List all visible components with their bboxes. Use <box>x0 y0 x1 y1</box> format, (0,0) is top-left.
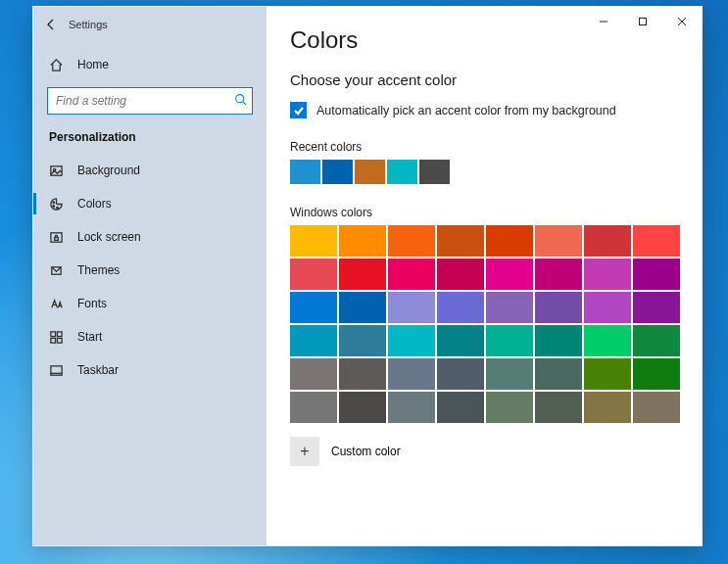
recent-color-swatch[interactable] <box>419 160 450 184</box>
svg-point-8 <box>53 201 55 203</box>
nav-label: Start <box>77 330 102 344</box>
windows-color-swatch[interactable] <box>290 292 337 323</box>
windows-color-swatch[interactable] <box>437 258 484 290</box>
windows-color-swatch[interactable] <box>339 325 386 356</box>
windows-color-swatch[interactable] <box>290 392 337 423</box>
windows-color-swatch[interactable] <box>535 392 582 423</box>
recent-color-swatch[interactable] <box>355 160 385 184</box>
windows-color-swatch[interactable] <box>290 325 337 356</box>
windows-color-swatch[interactable] <box>633 292 680 323</box>
colors-icon <box>49 197 64 212</box>
nav-label: Colors <box>77 197 112 211</box>
windows-color-swatch[interactable] <box>388 358 435 390</box>
windows-color-swatch[interactable] <box>437 392 484 423</box>
svg-point-4 <box>235 95 243 103</box>
windows-color-swatch[interactable] <box>535 325 582 356</box>
windows-color-swatch[interactable] <box>437 292 484 323</box>
recent-color-swatch[interactable] <box>387 160 417 184</box>
windows-color-swatch[interactable] <box>437 358 484 390</box>
svg-rect-17 <box>57 338 62 343</box>
close-button[interactable] <box>662 7 702 36</box>
windows-color-swatch[interactable] <box>290 258 337 290</box>
svg-rect-1 <box>640 19 647 25</box>
custom-color-label: Custom color <box>331 445 401 458</box>
windows-colors-grid <box>290 225 682 423</box>
windows-color-swatch[interactable] <box>535 225 582 257</box>
windows-color-swatch[interactable] <box>486 258 533 290</box>
windows-color-swatch[interactable] <box>290 358 337 390</box>
sidebar-item-themes[interactable]: Themes <box>33 254 267 287</box>
svg-point-10 <box>57 207 59 209</box>
nav-label: Lock screen <box>77 230 141 244</box>
settings-window: Settings Home Personalization Background… <box>32 6 703 546</box>
sidebar-item-background[interactable]: Background <box>33 154 267 187</box>
windows-color-swatch[interactable] <box>339 258 386 290</box>
windows-color-swatch[interactable] <box>339 392 386 423</box>
search-icon <box>228 93 252 109</box>
fonts-icon <box>49 297 64 311</box>
windows-color-swatch[interactable] <box>584 325 631 356</box>
svg-rect-16 <box>51 338 56 343</box>
svg-line-5 <box>242 102 245 105</box>
sidebar-item-lock-screen[interactable]: Lock screen <box>33 220 267 254</box>
home-nav[interactable]: Home <box>33 48 267 81</box>
windows-color-swatch[interactable] <box>339 292 386 323</box>
windows-color-swatch[interactable] <box>486 292 533 323</box>
windows-color-swatch[interactable] <box>388 292 435 323</box>
windows-color-swatch[interactable] <box>633 325 680 356</box>
auto-pick-checkbox[interactable] <box>290 102 307 118</box>
windows-color-swatch[interactable] <box>584 392 631 423</box>
windows-color-swatch[interactable] <box>584 258 631 290</box>
background-icon <box>49 164 64 178</box>
search-box[interactable] <box>47 87 253 115</box>
windows-color-swatch[interactable] <box>388 225 435 257</box>
windows-color-swatch[interactable] <box>633 258 680 290</box>
minimize-button[interactable] <box>584 7 623 36</box>
windows-color-swatch[interactable] <box>486 325 533 356</box>
windows-color-swatch[interactable] <box>584 358 631 390</box>
nav-label: Fonts <box>77 297 107 310</box>
windows-color-swatch[interactable] <box>486 392 533 423</box>
windows-color-swatch[interactable] <box>584 225 631 257</box>
windows-color-swatch[interactable] <box>388 258 435 290</box>
windows-color-swatch[interactable] <box>290 225 337 257</box>
windows-color-swatch[interactable] <box>535 358 582 390</box>
windows-color-swatch[interactable] <box>584 292 631 323</box>
windows-colors-label: Windows colors <box>290 206 678 219</box>
sidebar-item-colors[interactable]: Colors <box>33 187 267 220</box>
windows-color-swatch[interactable] <box>486 225 533 257</box>
plus-icon: + <box>300 443 309 460</box>
nav-label: Themes <box>77 263 120 277</box>
svg-rect-15 <box>57 331 62 336</box>
windows-color-swatch[interactable] <box>633 225 680 257</box>
content-pane: Colors Choose your accent color Automati… <box>267 7 702 545</box>
windows-color-swatch[interactable] <box>388 325 435 356</box>
custom-color-button[interactable]: + <box>290 437 319 466</box>
windows-color-swatch[interactable] <box>486 358 533 390</box>
windows-color-swatch[interactable] <box>633 358 680 390</box>
title-bar: Settings <box>33 7 267 42</box>
windows-color-swatch[interactable] <box>437 225 484 257</box>
windows-color-swatch[interactable] <box>339 358 386 390</box>
recent-color-swatch[interactable] <box>322 160 353 184</box>
svg-point-9 <box>53 205 55 207</box>
maximize-button[interactable] <box>623 7 662 36</box>
windows-color-swatch[interactable] <box>388 392 435 423</box>
start-icon <box>49 330 64 345</box>
recent-color-swatch[interactable] <box>290 160 320 184</box>
home-icon <box>49 58 64 72</box>
auto-pick-row: Automatically pick an accent color from … <box>290 102 678 118</box>
search-input[interactable] <box>48 94 228 108</box>
back-button[interactable] <box>33 7 69 42</box>
windows-color-swatch[interactable] <box>535 292 582 323</box>
home-label: Home <box>77 58 109 71</box>
windows-color-swatch[interactable] <box>633 392 680 423</box>
window-title: Settings <box>69 19 108 30</box>
sidebar-item-start[interactable]: Start <box>33 320 267 353</box>
windows-color-swatch[interactable] <box>535 258 582 290</box>
recent-colors-label: Recent colors <box>290 140 678 154</box>
sidebar-item-fonts[interactable]: Fonts <box>33 287 267 320</box>
sidebar-item-taskbar[interactable]: Taskbar <box>33 353 267 387</box>
windows-color-swatch[interactable] <box>339 225 386 257</box>
windows-color-swatch[interactable] <box>437 325 484 356</box>
